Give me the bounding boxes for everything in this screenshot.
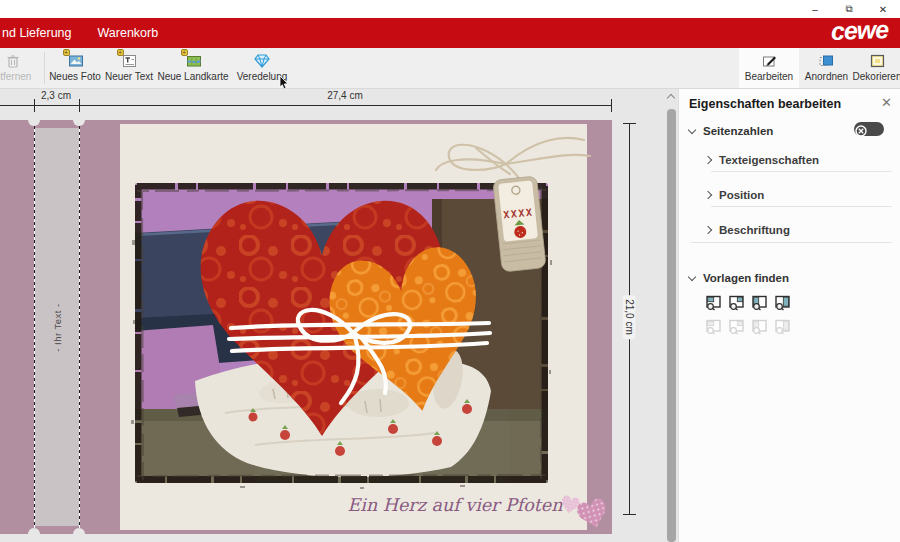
position-label: Position — [719, 189, 764, 201]
properties-panel: Eigenschaften bearbeiten ✕ Seitenzahlen … — [678, 89, 900, 542]
trash-icon — [5, 52, 21, 69]
toggle-off-icon — [855, 123, 867, 135]
edit-tab-button[interactable]: Bearbeiten — [739, 48, 799, 88]
gift-tag[interactable]: XXXX — [493, 176, 546, 272]
item-texteigenschaften[interactable]: Texteigenschaften — [705, 151, 900, 169]
edit-pen-icon — [761, 52, 778, 69]
new-text-icon: + — [121, 52, 138, 69]
new-text-label: Neuer Text — [105, 71, 153, 82]
gem-icon — [253, 52, 271, 69]
toolbar: ntfernen + Neues Foto — [0, 48, 900, 89]
ruler-tick — [79, 99, 80, 112]
ruler-tick — [623, 123, 636, 124]
new-map-button[interactable]: + Neue Landkarte — [155, 48, 231, 88]
new-photo-button[interactable]: + Neues Foto — [47, 48, 103, 88]
divider — [711, 171, 892, 172]
minimize-icon[interactable]: – — [798, 0, 832, 18]
template-photo-top-right-icon[interactable] — [728, 294, 746, 311]
canvas-scrollbar[interactable] — [667, 109, 676, 542]
template-photo-right-icon[interactable] — [774, 294, 792, 311]
divider — [691, 242, 892, 243]
new-text-button[interactable]: + Neuer Text — [103, 48, 155, 88]
arrange-tab-button[interactable]: Anordnen — [799, 48, 854, 88]
ruler-tick — [623, 514, 636, 515]
cover-width-label: 27,4 cm — [324, 90, 366, 101]
beschriftung-label: Beschriftung — [719, 224, 790, 236]
seitenzahlen-label: Seitenzahlen — [703, 125, 773, 137]
section-vorlagen-finden[interactable]: Vorlagen finden — [679, 269, 900, 287]
editor-canvas[interactable]: 2,3 cm 27,4 cm 21,0 cm - Ihr Text - — [0, 89, 678, 542]
arrange-layers-icon — [818, 52, 835, 69]
plus-badge-icon: + — [117, 49, 124, 56]
spine-fold-line — [79, 120, 80, 534]
panel-title: Eigenschaften bearbeiten — [689, 97, 841, 111]
front-cover-artwork[interactable]: XXXX Ein Herz auf vier Pfoten — [120, 120, 612, 534]
item-beschriftung[interactable]: Beschriftung — [705, 221, 900, 239]
new-photo-label: Neues Foto — [49, 71, 101, 82]
cewe-editor-window: – ⧉ ✕ nd Lieferung Warenkorb cewe — [0, 0, 900, 542]
template-disabled-icon — [751, 318, 769, 335]
chevron-right-icon — [704, 226, 712, 234]
photobook-cover-page[interactable]: - Ihr Text - — [0, 120, 612, 534]
spine-text-box[interactable]: - Ihr Text - — [35, 128, 79, 526]
menu-bar: nd Lieferung Warenkorb cewe — [0, 18, 900, 48]
cover-title-text[interactable]: Ein Herz auf vier Pfoten — [348, 495, 564, 515]
title-bar: – ⧉ ✕ — [0, 0, 900, 18]
ruler-tick — [611, 99, 612, 112]
plus-badge-icon: + — [181, 49, 188, 56]
chevron-right-icon — [704, 191, 712, 199]
decorate-frame-icon — [869, 52, 886, 69]
new-photo-icon: + — [67, 52, 84, 69]
panel-close-icon[interactable]: ✕ — [881, 95, 892, 110]
menu-item-warenkorb[interactable]: Warenkorb — [98, 26, 159, 40]
new-map-icon: + — [185, 52, 202, 69]
fold-notch — [28, 114, 40, 126]
seitenzahlen-toggle[interactable] — [854, 122, 884, 136]
horizontal-ruler — [0, 105, 612, 106]
toolbar-separator — [44, 52, 45, 84]
template-photo-top-left-icon[interactable] — [705, 294, 723, 311]
tag-hole — [511, 186, 520, 195]
mouse-cursor-icon — [279, 76, 290, 90]
ruler-tick — [34, 99, 35, 112]
template-disabled-icon — [774, 318, 792, 335]
edit-tab-label: Bearbeiten — [745, 71, 793, 82]
spine-placeholder-text: - Ihr Text - — [52, 303, 63, 352]
plus-badge-icon: + — [63, 49, 70, 56]
texteigenschaften-label: Texteigenschaften — [719, 154, 819, 166]
fold-notch — [73, 114, 85, 126]
scroll-up-icon[interactable] — [667, 93, 675, 101]
chevron-down-icon — [688, 125, 696, 133]
decorate-tab-label: Dekorieren — [853, 71, 900, 82]
decorate-tab-button[interactable]: Dekorieren — [854, 48, 900, 88]
fold-notch — [73, 528, 85, 540]
vorlagen-finden-label: Vorlagen finden — [703, 272, 789, 284]
template-disabled-icon — [728, 318, 746, 335]
remove-label: ntfernen — [0, 71, 31, 82]
spine-width-label: 2,3 cm — [38, 90, 74, 101]
template-buttons-row-disabled — [705, 318, 792, 335]
template-photo-left-icon[interactable] — [751, 294, 769, 311]
cover-photo[interactable] — [135, 183, 548, 483]
template-buttons-row — [705, 294, 792, 311]
item-position[interactable]: Position — [705, 186, 900, 204]
new-map-label: Neue Landkarte — [157, 71, 228, 82]
chevron-right-icon — [704, 156, 712, 164]
fold-notch — [28, 528, 40, 540]
cover-height-label: 21,0 cm — [623, 295, 636, 339]
remove-button: ntfernen — [0, 48, 42, 88]
divider — [711, 206, 892, 207]
menu-item-lieferung[interactable]: nd Lieferung — [2, 26, 72, 40]
chevron-down-icon — [688, 272, 696, 280]
template-disabled-icon — [705, 318, 723, 335]
arrange-tab-label: Anordnen — [805, 71, 848, 82]
cewe-logo: cewe — [830, 15, 888, 46]
